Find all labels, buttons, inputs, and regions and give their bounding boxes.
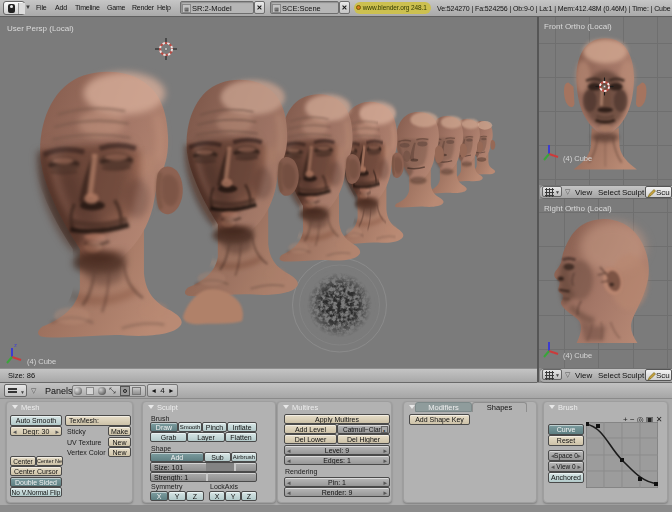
- svg-text:Front Ortho (Local): Front Ortho (Local): [544, 22, 612, 31]
- svg-text:z: z: [14, 342, 17, 348]
- svg-text:Right Ortho (Local): Right Ortho (Local): [544, 204, 612, 213]
- svg-text:User Persp (Local): User Persp (Local): [7, 24, 74, 33]
- svg-text:(4) Cube: (4) Cube: [27, 357, 56, 366]
- svg-text:(4) Cube: (4) Cube: [563, 154, 592, 163]
- svg-text:(4) Cube: (4) Cube: [563, 351, 592, 360]
